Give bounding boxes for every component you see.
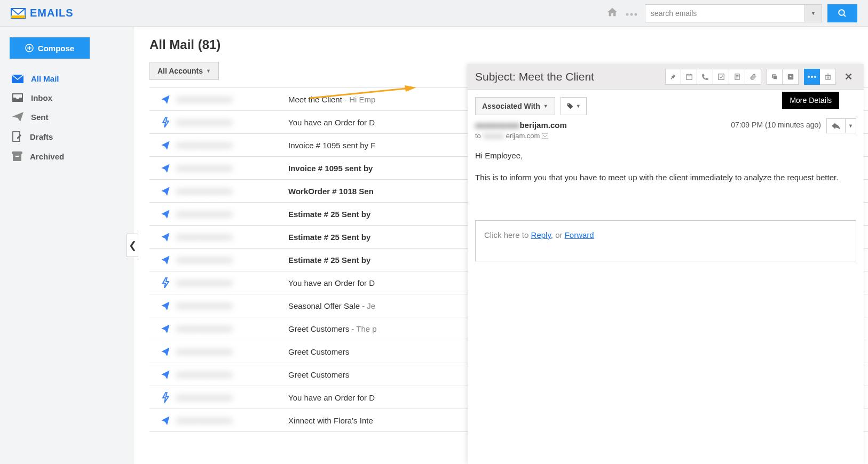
sidebar: Compose All Mail Inbox Sent Drafts Archi… — [0, 27, 133, 464]
email-subject: Estimate # 25 Sent by — [288, 255, 370, 265]
sidebar-item-archived[interactable]: Archived — [10, 147, 123, 166]
email-sender: xxxxxxxxxxxxxxx — [176, 164, 288, 172]
sidebar-label: Archived — [30, 152, 64, 161]
svg-rect-17 — [686, 74, 692, 79]
associated-with-dropdown[interactable]: Associated With ▼ — [475, 97, 555, 115]
compose-label: Compose — [38, 44, 74, 53]
search-button[interactable] — [827, 4, 857, 22]
message-meta: xxxxxxxxxxberijam.com to xxxxxxerijam.co… — [468, 121, 864, 144]
email-subject: Greet Customers - The p — [288, 324, 377, 333]
svg-rect-39 — [542, 133, 548, 139]
message-body: Hi Employee, This is to inform you that … — [468, 144, 864, 199]
email-subject: Greet Customers — [288, 347, 349, 356]
search-dropdown[interactable]: ▼ — [805, 4, 822, 22]
svg-point-2 — [626, 13, 629, 15]
email-sender: xxxxxxxxxxxxxxx — [176, 416, 288, 425]
task-icon[interactable] — [713, 69, 729, 85]
document-icon[interactable] — [729, 69, 745, 85]
svg-point-32 — [814, 76, 816, 78]
sent-icon — [155, 232, 176, 242]
svg-rect-27 — [774, 75, 777, 79]
phone-icon[interactable] — [697, 69, 713, 85]
svg-point-38 — [568, 104, 569, 105]
sent-icon — [155, 255, 176, 265]
pane-header: Subject: Meet the Client ✕ — [468, 64, 864, 90]
email-sender: xxxxxxxxxxxxxxx — [176, 301, 288, 310]
bolt-icon — [155, 277, 176, 288]
forward-link[interactable]: Forward — [565, 230, 594, 239]
svg-point-4 — [635, 13, 637, 15]
envelope-icon — [12, 75, 23, 83]
sent-icon — [155, 186, 176, 196]
tag-dropdown[interactable]: ▼ — [561, 97, 587, 115]
sidebar-collapse-handle[interactable]: ❮ — [127, 234, 138, 257]
email-subject: Seasonal Offer Sale - Je — [288, 301, 375, 310]
svg-point-31 — [811, 76, 813, 78]
email-subject: Estimate # 25 Sent by — [288, 233, 370, 242]
sent-icon — [155, 94, 176, 104]
body-text: This is to inform you that you have to m… — [475, 171, 856, 183]
accounts-dropdown[interactable]: All Accounts ▼ — [149, 62, 219, 80]
calendar-icon[interactable] — [681, 69, 697, 85]
svg-rect-13 — [13, 154, 21, 161]
logo-text: EMAILS — [30, 7, 74, 19]
close-button[interactable]: ✕ — [840, 69, 856, 85]
email-sender: xxxxxxxxxxxxxxx — [176, 324, 288, 333]
email-subject: Greet Customers — [288, 370, 349, 379]
sidebar-item-sent[interactable]: Sent — [10, 107, 123, 126]
search-input[interactable] — [645, 4, 805, 22]
page-title: All Mail (81) — [149, 37, 868, 52]
pane-subject: Subject: Meet the Client — [475, 70, 665, 83]
delete-icon[interactable] — [820, 69, 836, 85]
reply-button-group: ▼ — [826, 118, 856, 133]
tag-icon — [566, 102, 574, 110]
email-sender: xxxxxxxxxxxxxxx — [176, 141, 288, 149]
copy-icon[interactable] — [767, 69, 783, 85]
archive-icon — [12, 151, 22, 161]
reading-pane: Subject: Meet the Client ✕ More Details … — [468, 64, 864, 464]
logo[interactable]: EMAILS — [11, 7, 74, 19]
archive-action-icon[interactable] — [783, 69, 799, 85]
reply-dropdown[interactable]: ▼ — [846, 118, 856, 133]
home-icon[interactable] — [606, 6, 618, 20]
attachment-icon[interactable] — [745, 69, 761, 85]
more-horizontal-icon[interactable] — [626, 9, 637, 18]
chevron-down-icon: ▼ — [543, 103, 548, 109]
plus-circle-icon — [25, 44, 34, 52]
svg-line-6 — [843, 14, 846, 17]
sent-icon — [155, 347, 176, 356]
message-to: to xxxxxxerijam.com — [475, 132, 856, 140]
svg-rect-1 — [11, 15, 25, 18]
email-sender: xxxxxxxxxxxxxxx — [176, 187, 288, 195]
email-subject: You have an Order for D — [288, 393, 375, 402]
sidebar-item-drafts[interactable]: Drafts — [10, 126, 123, 147]
pin-icon[interactable] — [665, 69, 681, 85]
reply-prompt-box[interactable]: Click here to Reply, or Forward — [475, 220, 856, 261]
draft-icon — [12, 131, 22, 142]
svg-point-5 — [839, 10, 845, 15]
sidebar-label: Inbox — [31, 93, 52, 102]
email-sender: xxxxxxxxxxxxxxx — [176, 370, 288, 379]
accounts-label: All Accounts — [157, 67, 203, 75]
paper-plane-icon — [12, 112, 23, 122]
sent-icon — [155, 140, 176, 150]
email-subject: You have an Order for D — [288, 118, 375, 127]
email-sender: xxxxxxxxxxxxxxx — [176, 118, 288, 126]
more-details-button[interactable] — [804, 69, 820, 85]
expand-recipients-icon[interactable] — [542, 133, 548, 139]
svg-rect-21 — [718, 74, 724, 79]
chevron-down-icon: ▼ — [206, 68, 211, 74]
sidebar-item-inbox[interactable]: Inbox — [10, 88, 123, 107]
email-sender: xxxxxxxxxxxxxxx — [176, 233, 288, 241]
sidebar-label: All Mail — [31, 74, 59, 83]
reply-link[interactable]: Reply, — [531, 230, 553, 239]
compose-button[interactable]: Compose — [10, 37, 90, 59]
email-subject: Estimate # 25 Sent by — [288, 210, 370, 219]
bolt-icon — [155, 392, 176, 403]
email-subject: You have an Order for D — [288, 278, 375, 287]
reply-button[interactable] — [826, 118, 846, 133]
sent-icon — [155, 370, 176, 379]
email-sender: xxxxxxxxxxxxxxx — [176, 210, 288, 218]
sidebar-item-all-mail[interactable]: All Mail — [10, 69, 123, 88]
svg-rect-33 — [825, 75, 830, 79]
